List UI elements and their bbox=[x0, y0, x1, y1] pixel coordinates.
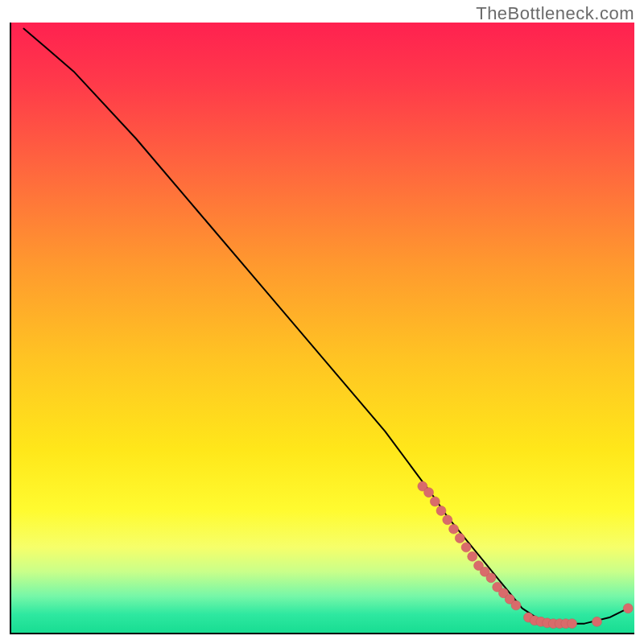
scatter-group bbox=[418, 481, 633, 629]
chart-container: TheBottleneck.com bbox=[0, 0, 644, 644]
chart-overlay bbox=[11, 23, 634, 633]
plot-area bbox=[10, 23, 634, 634]
scatter-point bbox=[430, 497, 440, 506]
scatter-point bbox=[424, 488, 434, 497]
scatter-point bbox=[592, 617, 602, 626]
scatter-point bbox=[443, 515, 452, 525]
scatter-point bbox=[623, 604, 633, 613]
scatter-point bbox=[455, 534, 464, 543]
scatter-point bbox=[468, 551, 477, 561]
scatter-point bbox=[511, 601, 521, 610]
scatter-point bbox=[436, 506, 446, 515]
scatter-point bbox=[449, 524, 459, 534]
scatter-point bbox=[486, 573, 496, 583]
curve-group bbox=[23, 29, 628, 624]
bottleneck-curve-line bbox=[23, 29, 628, 624]
scatter-point bbox=[461, 543, 471, 552]
scatter-point bbox=[568, 619, 577, 629]
watermark-text: TheBottleneck.com bbox=[476, 3, 634, 24]
